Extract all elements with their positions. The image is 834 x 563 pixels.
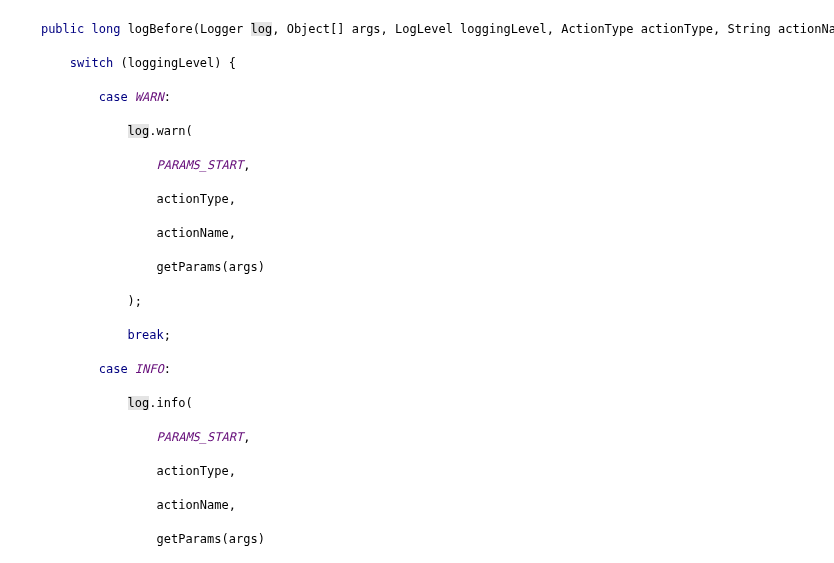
log-method: info: [157, 396, 186, 410]
code-line: case WARN:: [12, 89, 834, 106]
param-name: loggingLevel: [460, 22, 547, 36]
keyword-case: case: [99, 90, 128, 104]
code-line: case INFO:: [12, 361, 834, 378]
keyword-case: case: [99, 362, 128, 376]
const-params-start: PARAMS_START: [157, 158, 244, 172]
code-line: actionName,: [12, 225, 834, 242]
code-line: getParams(args): [12, 531, 834, 548]
log-var: log: [128, 124, 150, 138]
call-getparams: getParams: [157, 532, 222, 546]
code-line: );: [12, 293, 834, 310]
args-var: args: [229, 260, 258, 274]
code-line: switch (loggingLevel) {: [12, 55, 834, 72]
code-editor[interactable]: public long logBefore(Logger log, Object…: [0, 0, 834, 563]
arg-actiontype: actionType: [157, 192, 229, 206]
arg-actionname: actionName: [157, 498, 229, 512]
call-getparams: getParams: [157, 260, 222, 274]
method-name: logBefore: [128, 22, 193, 36]
code-line: getParams(args): [12, 259, 834, 276]
param-name: actionName: [778, 22, 834, 36]
keyword-switch: switch: [70, 56, 113, 70]
param-type: ActionType: [561, 22, 633, 36]
code-line: log.info(: [12, 395, 834, 412]
param-type: LogLevel: [395, 22, 453, 36]
code-line: actionType,: [12, 463, 834, 480]
param-name: log: [251, 22, 273, 36]
code-line: actionType,: [12, 191, 834, 208]
code-line: break;: [12, 327, 834, 344]
const-params-start: PARAMS_START: [157, 430, 244, 444]
keyword-public: public: [41, 22, 84, 36]
code-line: PARAMS_START,: [12, 429, 834, 446]
arg-actionname: actionName: [157, 226, 229, 240]
switch-var: loggingLevel: [128, 56, 215, 70]
param-type: String: [727, 22, 770, 36]
code-line: log.warn(: [12, 123, 834, 140]
code-line: public long logBefore(Logger log, Object…: [12, 21, 834, 38]
param-type: Object[]: [287, 22, 345, 36]
arg-actiontype: actionType: [157, 464, 229, 478]
log-var: log: [128, 396, 150, 410]
param-name: args: [352, 22, 381, 36]
keyword-break: break: [128, 328, 164, 342]
code-line: actionName,: [12, 497, 834, 514]
enum-warn: WARN: [135, 90, 164, 104]
code-line: PARAMS_START,: [12, 157, 834, 174]
param-type: Logger: [200, 22, 243, 36]
enum-info: INFO: [135, 362, 164, 376]
keyword-long: long: [92, 22, 121, 36]
log-method: warn: [157, 124, 186, 138]
args-var: args: [229, 532, 258, 546]
param-name: actionType: [641, 22, 713, 36]
